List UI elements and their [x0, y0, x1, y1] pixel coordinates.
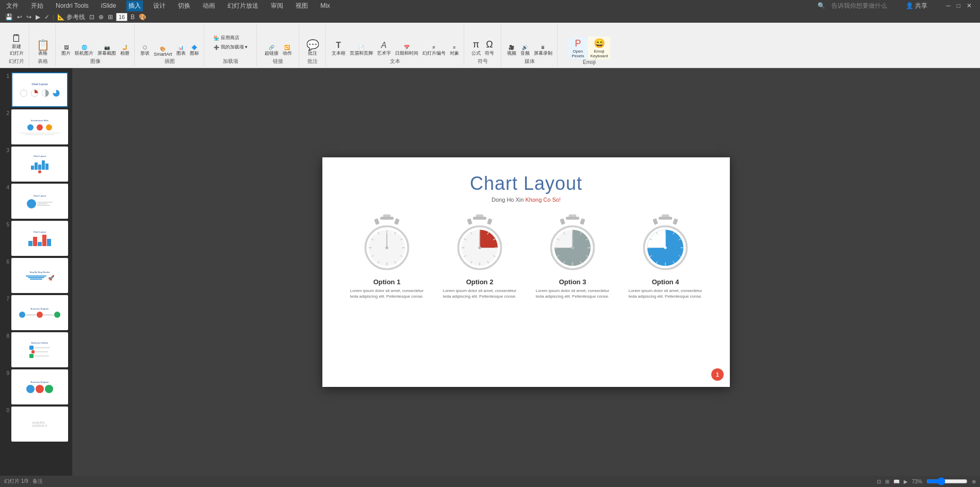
- menu-item-view[interactable]: 视图: [293, 1, 310, 11]
- ribbon-btn-online-picture[interactable]: 🌐 联机图片: [73, 44, 95, 58]
- zoom-slider[interactable]: [926, 478, 968, 484]
- slide-thumb-9[interactable]: Business Diagram: [11, 369, 68, 404]
- slide-thumb-4[interactable]: Chart Layout: [11, 184, 68, 219]
- ribbon-btn-screenrecord[interactable]: 🖥 屏幕录制: [532, 44, 554, 58]
- ribbon-btn-screenshot[interactable]: 📷 屏幕截图: [96, 44, 118, 58]
- view-reading-btn[interactable]: 📖: [893, 479, 900, 484]
- minimize-btn[interactable]: ─: [944, 1, 953, 10]
- new-slide-icon: 🗒: [11, 33, 22, 43]
- ribbon-btn-video[interactable]: 🎥 视频: [505, 44, 518, 58]
- ribbon-btn-appstore[interactable]: 🏪 应用商店: [212, 34, 241, 42]
- qa-crop[interactable]: ⊕: [97, 13, 105, 21]
- slide-thumb-7[interactable]: Business Diagram: [11, 295, 68, 330]
- menu-search[interactable]: 🔍 告诉我你想要做什么: [813, 0, 891, 12]
- menu-item-nordri[interactable]: Nordri Tools: [54, 1, 91, 10]
- qa-grid[interactable]: ⊞: [107, 13, 114, 21]
- slide-item-6[interactable]: 6 Step By Step Rocket 🚀: [2, 258, 70, 293]
- ribbon-btn-new-slide[interactable]: 🗒 新建 幻灯片: [7, 32, 26, 58]
- ribbon-btn-formula[interactable]: π 公式: [470, 38, 482, 58]
- notes-btn[interactable]: 备注: [32, 478, 43, 485]
- ribbon-btn-emoji[interactable]: 😄 Emoji Keyboard: [588, 37, 610, 59]
- ribbon-btn-chart[interactable]: 📊 图表: [175, 44, 187, 58]
- qa-checkbox[interactable]: ✓: [43, 13, 51, 21]
- slide-thumb-0[interactable]: 在此处单击以添加幻灯片: [11, 407, 68, 442]
- ribbon-btn-action[interactable]: 🔁 动作: [281, 44, 293, 58]
- slide-panel: 1 Chart Layout 2 Introduction Slide: [0, 68, 72, 476]
- ribbon-group-image: 🖼 图片 🌐 联机图片 📷 屏幕截图 🤳 相册 图像: [57, 25, 135, 66]
- ribbon-btn-header[interactable]: 📄 页眉和页脚: [348, 44, 374, 58]
- qa-bold[interactable]: B: [129, 13, 136, 21]
- object-icon: ≡: [453, 45, 455, 50]
- svg-rect-7: [374, 218, 380, 224]
- slide-item-2[interactable]: 2 Introduction Slide: [2, 109, 70, 144]
- slide-item-4[interactable]: 4 Chart Layout: [2, 184, 70, 219]
- menu-item-animation[interactable]: 动画: [201, 1, 217, 11]
- menu-item-slideshow[interactable]: 幻灯片放送: [225, 1, 260, 11]
- ribbon-btn-smartart[interactable]: 🎨 SmartArt: [152, 45, 174, 58]
- ribbon-btn-album[interactable]: 🤳 相册: [119, 44, 131, 58]
- menu-item-insert[interactable]: 插入: [126, 1, 143, 11]
- qa-redo[interactable]: ↪: [25, 13, 32, 21]
- ribbon-btn-shape[interactable]: ⬡ 形状: [139, 44, 151, 58]
- ribbon-btn-slidenumber[interactable]: # 幻灯片编号: [421, 44, 447, 58]
- ribbon-btn-textbox[interactable]: T 文本框: [330, 40, 347, 58]
- qa-fill[interactable]: 🎨: [138, 13, 148, 21]
- shape-icon: ⬡: [143, 45, 147, 50]
- option-4-desc: Lorem ipsum dolor sit amet, consectetur …: [627, 288, 704, 299]
- ribbon-btn-myaddin[interactable]: ➕ 我的加载项 ▾: [212, 43, 250, 52]
- ribbon-btn-hyperlink[interactable]: 🔗 超链接: [263, 44, 280, 58]
- menu-item-review[interactable]: 审阅: [269, 1, 285, 11]
- qa-start[interactable]: ▶: [35, 13, 41, 21]
- textbox-icon: T: [336, 41, 341, 50]
- ribbon-content: 🗒 新建 幻灯片 幻灯片 📋 表格 表格 🖼 图片: [0, 23, 980, 68]
- menu-item-mix[interactable]: Mix: [318, 1, 332, 10]
- slide-item-0[interactable]: 0 在此处单击以添加幻灯片: [2, 407, 70, 442]
- ribbon-btn-picture[interactable]: 🖼 图片: [60, 44, 72, 58]
- ribbon-btn-wordart[interactable]: A 艺术字: [375, 40, 393, 58]
- slide-item-5[interactable]: 5 Chart Layout: [2, 221, 70, 256]
- view-normal-btn[interactable]: ⊡: [877, 479, 881, 484]
- close-btn[interactable]: ✕: [965, 1, 974, 10]
- ribbon-btn-icon[interactable]: 🔷 图标: [188, 44, 201, 58]
- qa-guides[interactable]: 📐 参考线: [56, 13, 86, 22]
- slide-thumb-6[interactable]: Step By Step Rocket 🚀: [11, 258, 68, 293]
- slide-thumb-8[interactable]: Business Outline: [11, 332, 68, 367]
- qa-save[interactable]: 💾: [4, 13, 14, 21]
- qa-undo[interactable]: ↩: [16, 13, 23, 21]
- menu-item-home[interactable]: 开始: [29, 1, 45, 11]
- ribbon-btn-datetime[interactable]: 📅 日期和时间: [394, 44, 420, 58]
- ribbon-btn-audio[interactable]: 🔊 音频: [519, 44, 531, 58]
- ribbon-btn-table[interactable]: 📋 表格: [34, 39, 52, 58]
- slide-item-9[interactable]: 9 Business Diagram: [2, 369, 70, 404]
- ribbon-btn-openpexels[interactable]: P Open Pexels: [568, 37, 587, 59]
- maximize-btn[interactable]: □: [955, 1, 962, 10]
- ribbon-group-slides: 🗒 新建 幻灯片 幻灯片: [4, 25, 29, 66]
- appstore-icon: 🏪: [214, 36, 219, 41]
- slide-thumb-1[interactable]: Chart Layout: [11, 72, 68, 107]
- slide-item-3[interactable]: 3 Chart Layout: [2, 147, 70, 182]
- slide-thumb-3[interactable]: Chart Layout: [11, 147, 68, 182]
- ribbon-btn-symbol[interactable]: Ω 符号: [483, 38, 496, 58]
- svg-rect-67: [652, 218, 658, 224]
- menu-item-islide[interactable]: iSlide: [99, 1, 118, 10]
- svg-rect-47: [560, 218, 565, 224]
- view-slidesorter-btn[interactable]: ⊞: [885, 479, 889, 484]
- slide-item-8[interactable]: 8 Business Outline: [2, 332, 70, 367]
- slide-thumb-5[interactable]: Chart Layout: [11, 221, 68, 256]
- slide-item-7[interactable]: 7 Business Diagram: [2, 295, 70, 330]
- qa-font-size[interactable]: 16: [116, 13, 127, 21]
- canvas-area: Chart Layout Dong Ho Xin Khong Co So!: [72, 68, 980, 476]
- slide-thumb-2[interactable]: Introduction Slide: [11, 109, 68, 144]
- ribbon-btn-comment[interactable]: 💬 批注: [303, 39, 322, 58]
- qa-more[interactable]: ⊡: [88, 13, 95, 21]
- view-slideshow-btn[interactable]: ▶: [904, 479, 908, 484]
- menu-item-design[interactable]: 设计: [151, 1, 168, 11]
- slide-item-1[interactable]: 1 Chart Layout: [2, 72, 70, 107]
- menu-item-transition[interactable]: 切换: [176, 1, 192, 11]
- user-icon[interactable]: 👤 共享: [904, 1, 929, 11]
- fit-btn[interactable]: ⊕: [972, 479, 976, 484]
- ribbon-btn-object[interactable]: ≡ 对象: [448, 44, 461, 58]
- quick-access-toolbar: 💾 ↩ ↪ ▶ ✓ | 📐 参考线 ⊡ ⊕ ⊞ 16 B 🎨: [0, 11, 980, 23]
- menu-item-file[interactable]: 文件: [4, 1, 21, 11]
- svg-rect-26: [473, 217, 486, 220]
